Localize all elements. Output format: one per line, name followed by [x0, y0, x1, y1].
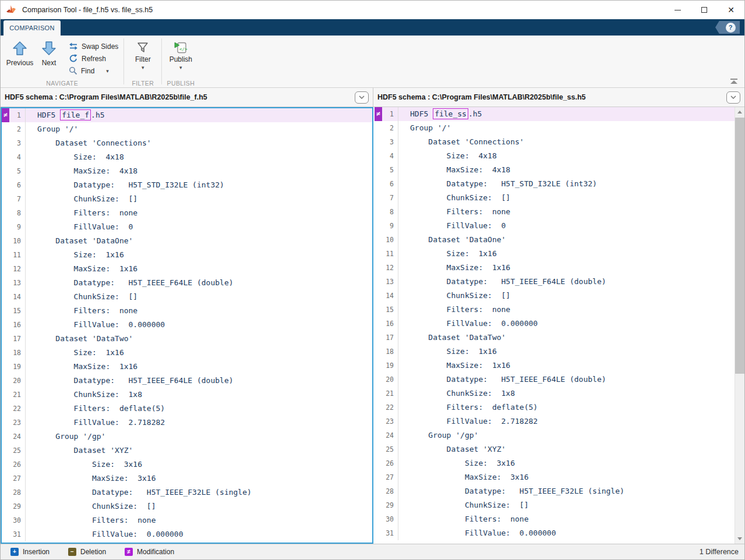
- code-line: 25 Dataset 'XYZ': [375, 442, 735, 456]
- left-pane-title: HDF5 schema : C:\Program Files\MATLAB\R2…: [5, 93, 207, 101]
- filter-section: Filter ▾ FILTER: [124, 36, 161, 87]
- next-button[interactable]: Next: [34, 38, 63, 78]
- help-button[interactable]: ?: [715, 21, 740, 34]
- marker-cell: [2, 220, 9, 234]
- insertion-label: Insertion: [23, 548, 50, 556]
- diff-marker-icon[interactable]: ≠: [2, 108, 9, 122]
- line-number: 5: [382, 163, 398, 177]
- diff-token: file_f: [60, 109, 91, 120]
- legend-insertion: + Insertion: [10, 548, 50, 556]
- marker-cell: [375, 359, 382, 373]
- line-text: HDF5 file_ss.h5: [398, 107, 735, 121]
- left-pane[interactable]: ≠1HDF5 file_f.h52Group '/'3 Dataset 'Con…: [1, 107, 373, 544]
- marker-cell: [2, 164, 9, 178]
- find-button[interactable]: Find ▾: [67, 65, 120, 77]
- line-text: Group '/gp': [26, 430, 372, 444]
- title-bar: Comparison Tool - file_f.h5 vs. file_ss.…: [1, 1, 744, 19]
- line-number: 6: [9, 178, 26, 192]
- code-line: 3 Dataset 'Connections': [375, 135, 735, 149]
- line-number: 24: [9, 430, 26, 444]
- line-number: 2: [9, 122, 26, 136]
- close-button[interactable]: ✕: [718, 1, 744, 19]
- line-number: 31: [9, 527, 26, 541]
- line-number: 9: [382, 219, 398, 233]
- deletion-label: Deletion: [80, 548, 106, 556]
- marker-cell: [375, 205, 382, 219]
- right-pane-menu-button[interactable]: [726, 91, 740, 104]
- diff-marker-icon[interactable]: ≠: [375, 107, 382, 121]
- line-text: MaxSize: 3x16: [398, 470, 735, 484]
- line-number: 9: [9, 220, 26, 234]
- line-number: 4: [382, 149, 398, 163]
- code-line: 19 MaxSize: 1x16: [375, 359, 735, 373]
- line-number: 24: [382, 428, 398, 442]
- minimize-button[interactable]: [664, 1, 691, 19]
- collapse-ribbon-button[interactable]: [730, 79, 737, 84]
- tab-comparison[interactable]: COMPARISON: [3, 20, 61, 36]
- code-line: 6 Datatype: H5T_STD_I32LE (int32): [375, 177, 735, 191]
- line-number: 20: [9, 374, 26, 388]
- marker-cell: [375, 121, 382, 135]
- legend-deletion: − Deletion: [68, 548, 106, 556]
- code-line: 31 FillValue: 0.000000: [2, 527, 372, 541]
- refresh-label: Refresh: [82, 55, 106, 63]
- code-line: 2Group '/': [375, 121, 735, 135]
- scrollbar-thumb[interactable]: [735, 118, 744, 374]
- marker-cell: [2, 444, 9, 458]
- refresh-button[interactable]: Refresh: [67, 52, 120, 65]
- marker-cell: [2, 346, 9, 360]
- marker-cell: [375, 456, 382, 470]
- code-line: 24 Group '/gp': [2, 430, 372, 444]
- code-line: 29 ChunkSize: []: [375, 498, 735, 512]
- scroll-down-icon: [737, 537, 742, 540]
- line-number: 3: [9, 136, 26, 150]
- line-number: 1: [9, 108, 26, 122]
- insertion-icon: +: [10, 548, 19, 556]
- line-number: 11: [382, 247, 398, 261]
- line-number: 22: [382, 400, 398, 414]
- line-text: MaxSize: 1x16: [398, 261, 735, 275]
- line-text: Filters: none: [398, 303, 735, 317]
- filter-button[interactable]: Filter ▾: [128, 38, 158, 78]
- find-dropdown-icon[interactable]: ▾: [106, 68, 109, 74]
- scroll-up-button[interactable]: [735, 107, 744, 117]
- maximize-icon: [701, 7, 707, 13]
- left-pane-body: ≠1HDF5 file_f.h52Group '/'3 Dataset 'Con…: [2, 108, 372, 541]
- publish-button[interactable]: </> Publish ▾: [165, 38, 196, 78]
- filter-icon: [136, 41, 149, 54]
- line-number: 5: [9, 164, 26, 178]
- marker-cell: [2, 458, 9, 472]
- code-line: 25 Dataset 'XYZ': [2, 444, 372, 458]
- navigate-section: Previous Next Swap Sides: [1, 36, 123, 87]
- right-pane[interactable]: ≠1HDF5 file_ss.h52Group '/'3 Dataset 'Co…: [373, 107, 744, 544]
- code-line: 13 Datatype: H5T_IEEE_F64LE (double): [375, 275, 735, 289]
- line-text: ChunkSize: []: [398, 498, 735, 512]
- line-text: Size: 3x16: [26, 458, 372, 472]
- code-line: 22 Filters: deflate(5): [2, 402, 372, 416]
- line-text: Datatype: H5T_IEEE_F64LE (double): [398, 373, 735, 387]
- swap-sides-button[interactable]: Swap Sides: [67, 40, 120, 52]
- code-line: 11 Size: 1x16: [375, 247, 735, 261]
- line-number: 23: [9, 416, 26, 430]
- scroll-down-button[interactable]: [735, 534, 744, 544]
- comparison-tool-window: Comparison Tool - file_f.h5 vs. file_ss.…: [0, 0, 745, 560]
- line-number: 7: [382, 191, 398, 205]
- vertical-scrollbar[interactable]: [735, 107, 744, 544]
- window-title: Comparison Tool - file_f.h5 vs. file_ss.…: [22, 6, 153, 14]
- code-line: 26 Size: 3x16: [2, 458, 372, 472]
- marker-cell: [2, 206, 9, 220]
- line-number: 15: [9, 304, 26, 318]
- marker-cell: [375, 400, 382, 414]
- line-text: Filters: none: [398, 512, 735, 526]
- maximize-button[interactable]: [691, 1, 718, 19]
- line-text: Dataset 'XYZ': [26, 444, 372, 458]
- marker-cell: [375, 275, 382, 289]
- line-number: 19: [382, 359, 398, 373]
- line-text: Dataset 'DataTwo': [26, 332, 372, 346]
- left-pane-menu-button[interactable]: [355, 91, 369, 104]
- minimize-icon: [675, 10, 681, 10]
- code-line: 6 Datatype: H5T_STD_I32LE (int32): [2, 178, 372, 192]
- previous-button[interactable]: Previous: [5, 38, 34, 78]
- line-number: 4: [9, 150, 26, 164]
- line-text: ChunkSize: 1x8: [26, 388, 372, 402]
